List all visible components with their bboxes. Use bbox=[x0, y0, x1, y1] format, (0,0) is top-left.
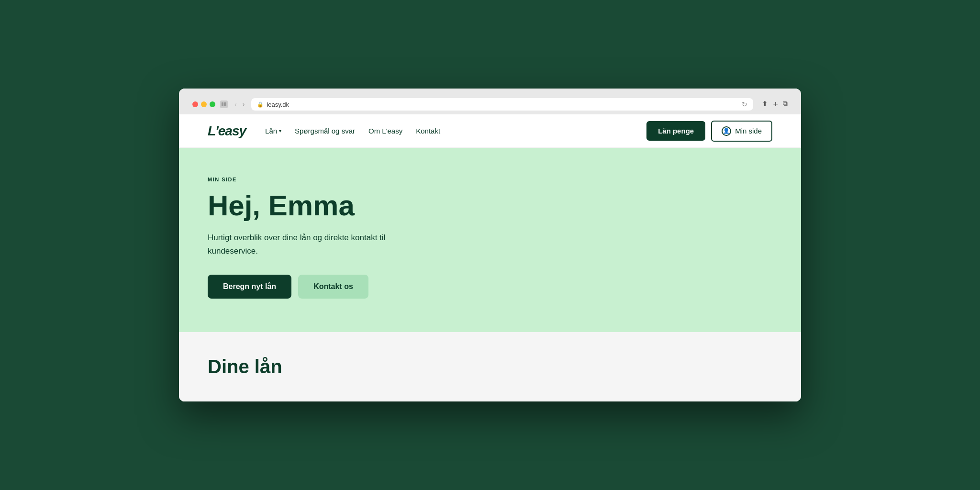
nav-link-kontakt[interactable]: Kontakt bbox=[416, 127, 440, 135]
new-tab-icon[interactable]: + bbox=[773, 100, 778, 110]
min-side-button[interactable]: 👤 Min side bbox=[711, 121, 772, 142]
svg-rect-0 bbox=[222, 102, 223, 106]
windows-icon[interactable]: ⧉ bbox=[783, 100, 788, 110]
below-hero-section: Dine lån bbox=[179, 332, 801, 401]
address-bar[interactable]: 🔒 leasy.dk ↻ bbox=[251, 98, 753, 111]
nav-links: Lån ▾ Spørgsmål og svar Om L'easy Kontak… bbox=[265, 127, 440, 135]
kontakt-os-button[interactable]: Kontakt os bbox=[298, 275, 368, 299]
hero-description: Hurtigt overblik over dine lån og direkt… bbox=[208, 231, 437, 257]
hero-buttons: Beregn nyt lån Kontakt os bbox=[208, 275, 772, 299]
hero-section: MIN SIDE Hej, Emma Hurtigt overblik over… bbox=[179, 148, 801, 332]
share-icon[interactable]: ⬆ bbox=[762, 100, 768, 110]
website-content: L'easy Lån ▾ Spørgsmål og svar Om L'easy… bbox=[179, 114, 801, 401]
traffic-light-red[interactable] bbox=[192, 101, 198, 107]
browser-actions: ⬆ + ⧉ bbox=[762, 100, 788, 110]
nav-link-om[interactable]: Om L'easy bbox=[368, 127, 402, 135]
traffic-lights bbox=[192, 101, 215, 107]
url-text: leasy.dk bbox=[267, 101, 289, 108]
below-hero-title: Dine lån bbox=[208, 356, 772, 378]
traffic-light-yellow[interactable] bbox=[201, 101, 207, 107]
traffic-light-green[interactable] bbox=[210, 101, 215, 107]
back-arrow[interactable]: ‹ bbox=[233, 100, 239, 109]
browser-chrome: ‹ › 🔒 leasy.dk ↻ ⬆ + ⧉ bbox=[179, 89, 801, 114]
nav-link-spoergsmaal-label: Spørgsmål og svar bbox=[295, 127, 355, 135]
nav-link-laan-label: Lån bbox=[265, 127, 277, 135]
window-tile-btn[interactable] bbox=[220, 100, 228, 108]
browser-top-row: ‹ › 🔒 leasy.dk ↻ ⬆ + ⧉ bbox=[187, 94, 793, 114]
nav-arrows: ‹ › bbox=[233, 100, 246, 109]
logo[interactable]: L'easy bbox=[208, 123, 246, 139]
browser-window: ‹ › 🔒 leasy.dk ↻ ⬆ + ⧉ L'easy bbox=[179, 89, 801, 401]
forward-arrow[interactable]: › bbox=[241, 100, 247, 109]
nav-link-om-label: Om L'easy bbox=[368, 127, 402, 135]
nav-link-kontakt-label: Kontakt bbox=[416, 127, 440, 135]
min-side-label: Min side bbox=[735, 127, 762, 135]
hero-title: Hej, Emma bbox=[208, 190, 772, 222]
nav-left: L'easy Lån ▾ Spørgsmål og svar Om L'easy… bbox=[208, 123, 440, 139]
nav-link-laan[interactable]: Lån ▾ bbox=[265, 127, 281, 135]
svg-rect-1 bbox=[224, 102, 226, 106]
lock-icon: 🔒 bbox=[257, 101, 264, 108]
reload-button[interactable]: ↻ bbox=[742, 100, 747, 108]
nav-right: Lån penge 👤 Min side bbox=[646, 121, 772, 142]
user-icon: 👤 bbox=[722, 126, 731, 136]
laan-penge-button[interactable]: Lån penge bbox=[646, 121, 705, 141]
beregn-nyt-laan-button[interactable]: Beregn nyt lån bbox=[208, 275, 291, 299]
chevron-down-icon: ▾ bbox=[279, 128, 281, 134]
hero-label: MIN SIDE bbox=[208, 177, 772, 182]
nav-link-spoergsmaal[interactable]: Spørgsmål og svar bbox=[295, 127, 355, 135]
navigation-bar: L'easy Lån ▾ Spørgsmål og svar Om L'easy… bbox=[179, 114, 801, 148]
